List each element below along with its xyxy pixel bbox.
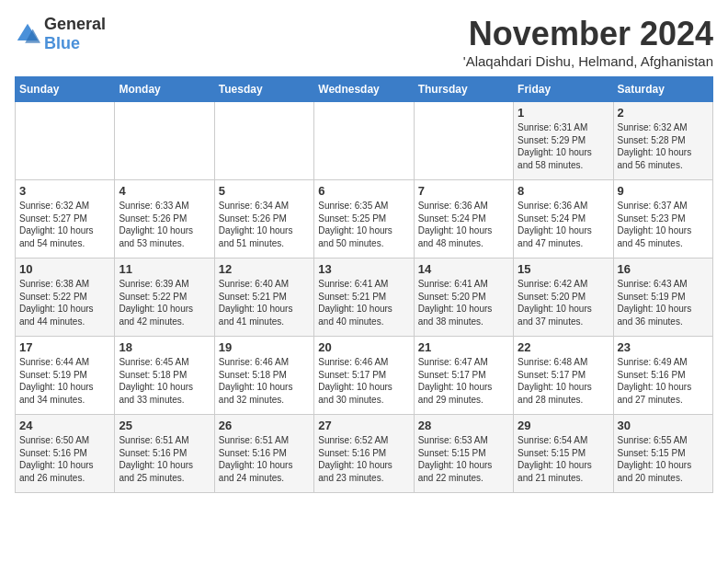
day-info: Sunrise: 6:31 AM Sunset: 5:29 PM Dayligh…	[518, 121, 609, 171]
calendar-cell: 9Sunrise: 6:37 AM Sunset: 5:23 PM Daylig…	[613, 180, 712, 259]
calendar-body: 1Sunrise: 6:31 AM Sunset: 5:29 PM Daylig…	[16, 102, 713, 493]
calendar-week-4: 17Sunrise: 6:44 AM Sunset: 5:19 PM Dayli…	[16, 337, 713, 415]
day-info: Sunrise: 6:50 AM Sunset: 5:16 PM Dayligh…	[19, 434, 110, 484]
calendar-week-5: 24Sunrise: 6:50 AM Sunset: 5:16 PM Dayli…	[16, 415, 713, 493]
day-number: 15	[518, 262, 609, 276]
calendar-cell: 25Sunrise: 6:51 AM Sunset: 5:16 PM Dayli…	[115, 415, 214, 493]
day-info: Sunrise: 6:39 AM Sunset: 5:22 PM Dayligh…	[119, 278, 210, 327]
weekday-header-friday: Friday	[514, 77, 613, 102]
calendar-week-1: 1Sunrise: 6:31 AM Sunset: 5:29 PM Daylig…	[16, 102, 713, 180]
logo-icon	[15, 21, 40, 47]
calendar: SundayMondayTuesdayWednesdayThursdayFrid…	[15, 76, 713, 493]
calendar-cell	[214, 102, 313, 180]
day-info: Sunrise: 6:37 AM Sunset: 5:23 PM Dayligh…	[618, 200, 709, 249]
calendar-cell: 3Sunrise: 6:32 AM Sunset: 5:27 PM Daylig…	[16, 180, 115, 259]
day-info: Sunrise: 6:41 AM Sunset: 5:20 PM Dayligh…	[418, 278, 509, 327]
day-info: Sunrise: 6:55 AM Sunset: 5:15 PM Dayligh…	[618, 434, 709, 484]
day-number: 4	[119, 184, 210, 198]
calendar-cell: 6Sunrise: 6:35 AM Sunset: 5:25 PM Daylig…	[314, 180, 414, 259]
day-info: Sunrise: 6:38 AM Sunset: 5:22 PM Dayligh…	[19, 278, 110, 327]
calendar-cell: 18Sunrise: 6:45 AM Sunset: 5:18 PM Dayli…	[115, 337, 214, 415]
day-number: 7	[418, 184, 509, 198]
calendar-cell: 27Sunrise: 6:52 AM Sunset: 5:16 PM Dayli…	[314, 415, 414, 493]
day-info: Sunrise: 6:42 AM Sunset: 5:20 PM Dayligh…	[518, 278, 609, 327]
calendar-cell: 22Sunrise: 6:48 AM Sunset: 5:17 PM Dayli…	[514, 337, 613, 415]
day-info: Sunrise: 6:52 AM Sunset: 5:16 PM Dayligh…	[318, 434, 409, 484]
day-number: 3	[19, 184, 110, 198]
calendar-header: SundayMondayTuesdayWednesdayThursdayFrid…	[16, 77, 713, 102]
weekday-header-saturday: Saturday	[613, 77, 712, 102]
day-info: Sunrise: 6:54 AM Sunset: 5:15 PM Dayligh…	[518, 434, 609, 484]
calendar-cell: 12Sunrise: 6:40 AM Sunset: 5:21 PM Dayli…	[214, 259, 313, 337]
day-number: 30	[618, 419, 709, 432]
day-number: 1	[518, 106, 609, 120]
day-info: Sunrise: 6:40 AM Sunset: 5:21 PM Dayligh…	[219, 278, 310, 327]
logo-general: General	[44, 15, 106, 33]
day-number: 17	[19, 340, 110, 354]
day-info: Sunrise: 6:44 AM Sunset: 5:19 PM Dayligh…	[19, 356, 110, 406]
calendar-cell: 21Sunrise: 6:47 AM Sunset: 5:17 PM Dayli…	[414, 337, 513, 415]
weekday-header-wednesday: Wednesday	[314, 77, 414, 102]
calendar-cell: 8Sunrise: 6:36 AM Sunset: 5:24 PM Daylig…	[514, 180, 613, 259]
day-number: 10	[19, 262, 110, 276]
day-info: Sunrise: 6:43 AM Sunset: 5:19 PM Dayligh…	[618, 278, 709, 327]
day-info: Sunrise: 6:34 AM Sunset: 5:26 PM Dayligh…	[219, 200, 310, 249]
day-number: 19	[219, 340, 310, 354]
day-info: Sunrise: 6:41 AM Sunset: 5:21 PM Dayligh…	[318, 278, 409, 327]
calendar-cell: 24Sunrise: 6:50 AM Sunset: 5:16 PM Dayli…	[16, 415, 115, 493]
day-info: Sunrise: 6:49 AM Sunset: 5:16 PM Dayligh…	[618, 356, 709, 406]
calendar-week-3: 10Sunrise: 6:38 AM Sunset: 5:22 PM Dayli…	[16, 259, 713, 337]
title-section: November 2024 'Alaqahdari Dishu, Helmand…	[463, 15, 713, 69]
day-info: Sunrise: 6:46 AM Sunset: 5:17 PM Dayligh…	[318, 356, 409, 406]
weekday-header-thursday: Thursday	[414, 77, 513, 102]
calendar-cell: 29Sunrise: 6:54 AM Sunset: 5:15 PM Dayli…	[514, 415, 613, 493]
day-info: Sunrise: 6:35 AM Sunset: 5:25 PM Dayligh…	[318, 200, 409, 249]
month-title: November 2024	[463, 15, 713, 53]
day-number: 21	[418, 340, 509, 354]
day-info: Sunrise: 6:51 AM Sunset: 5:16 PM Dayligh…	[219, 434, 310, 484]
calendar-cell: 16Sunrise: 6:43 AM Sunset: 5:19 PM Dayli…	[613, 259, 712, 337]
calendar-cell: 10Sunrise: 6:38 AM Sunset: 5:22 PM Dayli…	[16, 259, 115, 337]
day-number: 5	[219, 184, 310, 198]
day-number: 6	[318, 184, 409, 198]
calendar-cell	[314, 102, 414, 180]
weekday-header-tuesday: Tuesday	[214, 77, 313, 102]
day-info: Sunrise: 6:32 AM Sunset: 5:28 PM Dayligh…	[618, 121, 709, 171]
calendar-cell: 1Sunrise: 6:31 AM Sunset: 5:29 PM Daylig…	[514, 102, 613, 180]
day-number: 23	[618, 340, 709, 354]
calendar-cell: 17Sunrise: 6:44 AM Sunset: 5:19 PM Dayli…	[16, 337, 115, 415]
day-number: 24	[19, 419, 110, 432]
day-number: 18	[119, 340, 210, 354]
day-number: 2	[618, 106, 709, 120]
weekday-header-sunday: Sunday	[16, 77, 115, 102]
calendar-cell: 30Sunrise: 6:55 AM Sunset: 5:15 PM Dayli…	[613, 415, 712, 493]
calendar-cell: 4Sunrise: 6:33 AM Sunset: 5:26 PM Daylig…	[115, 180, 214, 259]
calendar-cell: 26Sunrise: 6:51 AM Sunset: 5:16 PM Dayli…	[214, 415, 313, 493]
logo-blue: Blue	[44, 34, 80, 52]
day-number: 12	[219, 262, 310, 276]
day-number: 11	[119, 262, 210, 276]
calendar-cell: 7Sunrise: 6:36 AM Sunset: 5:24 PM Daylig…	[414, 180, 513, 259]
day-number: 8	[518, 184, 609, 198]
calendar-cell: 2Sunrise: 6:32 AM Sunset: 5:28 PM Daylig…	[613, 102, 712, 180]
day-number: 20	[318, 340, 409, 354]
calendar-week-2: 3Sunrise: 6:32 AM Sunset: 5:27 PM Daylig…	[16, 180, 713, 259]
calendar-cell: 20Sunrise: 6:46 AM Sunset: 5:17 PM Dayli…	[314, 337, 414, 415]
day-info: Sunrise: 6:48 AM Sunset: 5:17 PM Dayligh…	[518, 356, 609, 406]
day-info: Sunrise: 6:36 AM Sunset: 5:24 PM Dayligh…	[418, 200, 509, 249]
day-number: 13	[318, 262, 409, 276]
calendar-cell	[414, 102, 513, 180]
calendar-cell: 28Sunrise: 6:53 AM Sunset: 5:15 PM Dayli…	[414, 415, 513, 493]
day-number: 29	[518, 419, 609, 432]
calendar-cell: 23Sunrise: 6:49 AM Sunset: 5:16 PM Dayli…	[613, 337, 712, 415]
weekday-header-row: SundayMondayTuesdayWednesdayThursdayFrid…	[16, 77, 713, 102]
calendar-cell	[115, 102, 214, 180]
day-number: 9	[618, 184, 709, 198]
day-info: Sunrise: 6:53 AM Sunset: 5:15 PM Dayligh…	[418, 434, 509, 484]
day-info: Sunrise: 6:51 AM Sunset: 5:16 PM Dayligh…	[119, 434, 210, 484]
day-number: 27	[318, 419, 409, 432]
day-number: 25	[119, 419, 210, 432]
day-number: 28	[418, 419, 509, 432]
day-number: 22	[518, 340, 609, 354]
day-info: Sunrise: 6:33 AM Sunset: 5:26 PM Dayligh…	[119, 200, 210, 249]
